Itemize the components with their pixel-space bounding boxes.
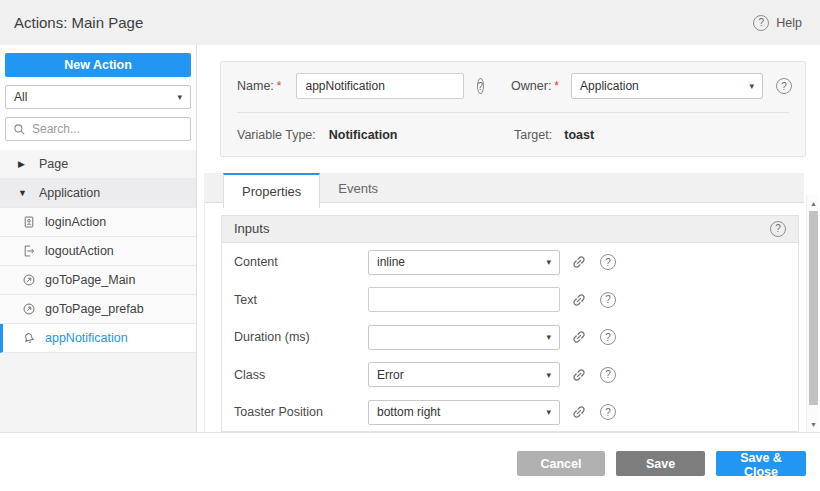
- field-label: Duration (ms): [234, 330, 368, 344]
- cancel-button[interactable]: Cancel: [517, 451, 605, 476]
- filter-select[interactable]: All ▾: [5, 85, 191, 109]
- inputs-panel: Inputs ? Content inline ▾ ?: [221, 215, 799, 432]
- chevron-down-icon: ▾: [546, 407, 551, 417]
- chevron-down-icon: ▾: [750, 81, 755, 91]
- tree-node-label: Application: [39, 186, 100, 200]
- field-help-icon[interactable]: ?: [600, 292, 616, 308]
- login-icon: [22, 215, 36, 229]
- actions-sidebar: New Action All ▾ ▶ Page ▼ Appl: [0, 45, 197, 432]
- name-help-icon[interactable]: ?: [477, 78, 485, 94]
- collapsed-arrow-icon: ▶: [18, 159, 28, 169]
- scroll-down-icon[interactable]: ▼: [807, 418, 820, 430]
- field-help-icon[interactable]: ?: [600, 329, 616, 345]
- tree-item-appnotification[interactable]: appNotification: [0, 324, 196, 353]
- field-help-icon[interactable]: ?: [600, 367, 616, 383]
- field-label: Toaster Position: [234, 405, 368, 419]
- field-label: Class: [234, 368, 368, 382]
- required-marker: *: [277, 79, 282, 93]
- scrollbar-thumb[interactable]: [809, 211, 818, 405]
- tree-node-page[interactable]: ▶ Page: [0, 150, 196, 179]
- search-input[interactable]: [32, 122, 187, 136]
- actions-tree: ▶ Page ▼ Application loginAction: [0, 150, 196, 353]
- sidebar-filler: [0, 353, 196, 432]
- page-title: Actions: Main Page: [14, 14, 143, 31]
- bind-link-icon[interactable]: [571, 254, 587, 270]
- tree-node-application[interactable]: ▼ Application: [0, 179, 196, 208]
- help-icon: ?: [753, 15, 769, 31]
- field-row-toaster-position: Toaster Position bottom right ▾ ?: [222, 394, 798, 432]
- navigate-icon: [22, 302, 36, 316]
- save-close-button[interactable]: Save & Close: [716, 451, 806, 476]
- content-select[interactable]: inline ▾: [368, 250, 560, 275]
- required-marker: *: [554, 79, 559, 93]
- action-summary-panel: Name:* ? Owner:* Application ▾ ?: [220, 61, 806, 157]
- field-label: Content: [234, 255, 368, 269]
- field-row-class: Class Error ▾ ?: [222, 356, 798, 394]
- variable-type-group: Variable Type: Notification: [237, 128, 514, 142]
- name-field[interactable]: [296, 73, 464, 99]
- name-label: Name:*: [237, 79, 282, 93]
- properties-scrollbar[interactable]: ▲ ▼: [806, 195, 819, 432]
- inputs-panel-header: Inputs ?: [222, 216, 798, 243]
- tree-node-label: Page: [39, 157, 68, 171]
- save-button[interactable]: Save: [616, 451, 705, 476]
- tree-item-label: logoutAction: [45, 244, 114, 258]
- owner-help-icon[interactable]: ?: [776, 78, 792, 94]
- inputs-panel-body: Content inline ▾ ? Text: [222, 243, 798, 432]
- inputs-panel-title: Inputs: [234, 221, 269, 236]
- bind-link-icon[interactable]: [571, 292, 587, 308]
- field-label: Text: [234, 293, 368, 307]
- name-owner-row: Name:* ? Owner:* Application ▾ ?: [237, 73, 789, 99]
- bind-link-icon[interactable]: [571, 367, 587, 383]
- chevron-down-icon: ▾: [546, 332, 551, 342]
- tab-properties[interactable]: Properties: [223, 173, 320, 208]
- variable-type-label: Variable Type:: [237, 128, 316, 142]
- chevron-down-icon: ▾: [546, 370, 551, 380]
- toaster-position-select[interactable]: bottom right ▾: [368, 400, 560, 425]
- inputs-help-icon[interactable]: ?: [770, 221, 786, 237]
- help-button[interactable]: ? Help: [753, 15, 802, 31]
- class-select-value: Error: [377, 368, 404, 382]
- tree-item-label: goToPage_prefab: [45, 302, 144, 316]
- field-row-text: Text ?: [222, 281, 798, 319]
- chevron-down-icon: ▾: [546, 257, 551, 267]
- field-help-icon[interactable]: ?: [600, 254, 616, 270]
- tree-item-label: goToPage_Main: [45, 273, 135, 287]
- action-detail-panel: Name:* ? Owner:* Application ▾ ?: [198, 45, 820, 432]
- content-select-value: inline: [377, 255, 405, 269]
- tree-item-label: loginAction: [45, 215, 106, 229]
- help-label: Help: [776, 16, 802, 30]
- navigate-icon: [22, 273, 36, 287]
- new-action-button[interactable]: New Action: [5, 53, 191, 77]
- owner-select[interactable]: Application ▾: [571, 73, 763, 99]
- tree-item-gotopage-main[interactable]: goToPage_Main: [0, 266, 196, 295]
- expanded-arrow-icon: ▼: [18, 188, 28, 198]
- tree-item-logoutaction[interactable]: logoutAction: [0, 237, 196, 266]
- tree-item-gotopage-prefab[interactable]: goToPage_prefab: [0, 295, 196, 324]
- filter-select-value: All: [14, 90, 27, 104]
- target-label: Target:: [514, 128, 552, 142]
- bind-link-icon[interactable]: [571, 329, 587, 345]
- tree-item-label: appNotification: [45, 331, 128, 345]
- toaster-position-select-value: bottom right: [377, 405, 440, 419]
- owner-select-value: Application: [580, 79, 639, 93]
- logout-icon: [22, 244, 36, 258]
- duration-select[interactable]: ▾: [368, 325, 560, 350]
- properties-tab-content: Inputs ? Content inline ▾ ?: [204, 195, 804, 432]
- sidebar-controls: New Action All ▾: [0, 45, 196, 150]
- owner-group: Owner:* Application ▾ ?: [511, 73, 792, 99]
- actions-dialog: Actions: Main Page ? Help New Action All…: [0, 0, 820, 491]
- scroll-up-icon[interactable]: ▲: [807, 197, 820, 209]
- field-help-icon[interactable]: ?: [600, 404, 616, 420]
- class-select[interactable]: Error ▾: [368, 362, 560, 387]
- field-row-content: Content inline ▾ ?: [222, 244, 798, 282]
- meta-row: Variable Type: Notification Target: toas…: [237, 128, 789, 142]
- notification-icon: [22, 331, 36, 345]
- text-field[interactable]: [368, 287, 560, 312]
- summary-divider: [237, 112, 789, 113]
- owner-label: Owner:*: [511, 79, 559, 93]
- bind-link-icon[interactable]: [571, 404, 587, 420]
- target-value: toast: [564, 128, 594, 142]
- tree-item-loginaction[interactable]: loginAction: [0, 208, 196, 237]
- search-box: [5, 117, 191, 141]
